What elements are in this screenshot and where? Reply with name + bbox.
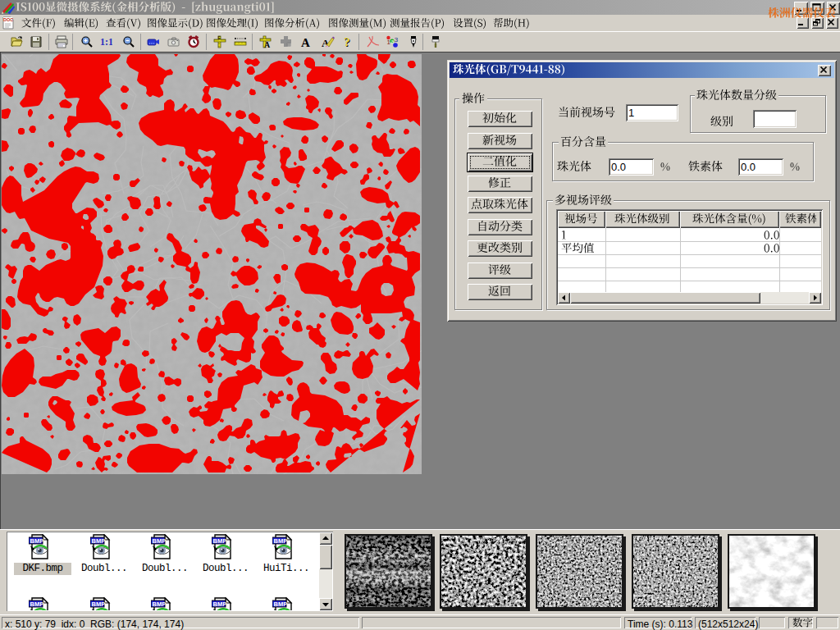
svg-text:A: A xyxy=(264,40,271,48)
svg-text:DOC: DOC xyxy=(3,17,13,22)
svg-text:BMP: BMP xyxy=(92,600,106,608)
svg-text:BMP: BMP xyxy=(213,537,227,545)
svg-text:BMP: BMP xyxy=(30,600,44,608)
svg-text:A: A xyxy=(301,36,310,48)
svg-text:BMP: BMP xyxy=(92,537,106,545)
svg-text:BMP: BMP xyxy=(30,537,44,545)
svg-text:BMP: BMP xyxy=(274,600,288,608)
svg-text:1:1: 1:1 xyxy=(100,36,112,48)
svg-text:BMP: BMP xyxy=(274,537,288,545)
svg-text:BMP: BMP xyxy=(153,537,167,545)
svg-text:3: 3 xyxy=(395,36,399,43)
svg-text:E: E xyxy=(218,36,221,40)
svg-text:BMP: BMP xyxy=(153,600,167,608)
svg-text:?: ? xyxy=(344,35,350,48)
svg-text:BMP: BMP xyxy=(213,600,227,608)
